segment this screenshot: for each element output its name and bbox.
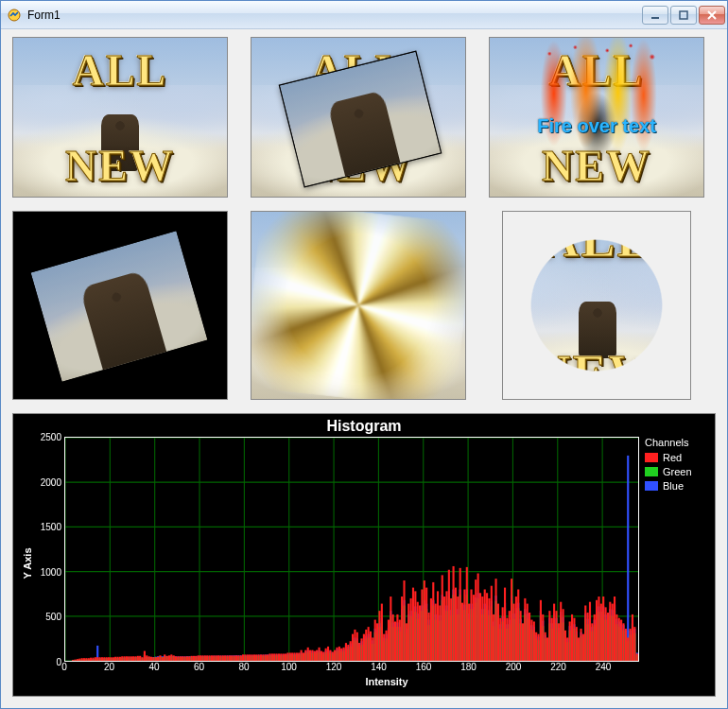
gold-text-new: NEW bbox=[13, 141, 227, 191]
svg-rect-594 bbox=[219, 655, 221, 661]
svg-rect-723 bbox=[509, 611, 511, 661]
legend-item-red: Red bbox=[645, 452, 709, 463]
svg-rect-529 bbox=[74, 660, 76, 661]
svg-rect-2 bbox=[680, 11, 687, 19]
svg-rect-681 bbox=[414, 591, 416, 661]
image-original: ALL NEW bbox=[12, 37, 228, 198]
svg-rect-673 bbox=[396, 614, 398, 661]
svg-rect-622 bbox=[283, 653, 285, 661]
gold-text-all: ALL bbox=[503, 212, 690, 268]
gold-text-all: ALL bbox=[13, 45, 227, 95]
svg-rect-608 bbox=[251, 654, 252, 661]
svg-rect-593 bbox=[217, 655, 219, 661]
svg-rect-597 bbox=[226, 655, 228, 661]
svg-rect-616 bbox=[269, 653, 270, 661]
svg-rect-778 bbox=[632, 614, 633, 661]
svg-rect-713 bbox=[486, 593, 488, 661]
svg-rect-646 bbox=[336, 648, 338, 661]
svg-rect-591 bbox=[213, 655, 215, 661]
svg-rect-736 bbox=[537, 634, 539, 661]
gold-text-new: NEW bbox=[503, 344, 690, 399]
svg-rect-632 bbox=[304, 650, 306, 661]
svg-rect-752 bbox=[573, 618, 575, 661]
svg-rect-712 bbox=[484, 589, 486, 661]
svg-rect-550 bbox=[121, 656, 123, 661]
minimize-button[interactable] bbox=[642, 6, 668, 25]
svg-rect-572 bbox=[170, 654, 172, 661]
svg-rect-692 bbox=[439, 605, 441, 661]
svg-rect-675 bbox=[401, 597, 403, 661]
svg-rect-694 bbox=[443, 597, 445, 661]
svg-rect-711 bbox=[481, 597, 483, 661]
titlebar[interactable]: Form1 bbox=[1, 1, 727, 29]
svg-rect-705 bbox=[468, 604, 470, 661]
svg-rect-657 bbox=[360, 638, 362, 661]
svg-rect-674 bbox=[399, 620, 401, 661]
svg-rect-688 bbox=[430, 598, 432, 661]
svg-rect-691 bbox=[437, 591, 439, 661]
svg-rect-542 bbox=[103, 657, 105, 661]
svg-rect-553 bbox=[128, 656, 130, 661]
svg-rect-581 bbox=[191, 656, 193, 661]
svg-rect-602 bbox=[237, 655, 239, 661]
svg-rect-546 bbox=[113, 657, 114, 661]
svg-rect-671 bbox=[392, 614, 394, 661]
svg-rect-604 bbox=[242, 654, 244, 661]
svg-rect-714 bbox=[488, 598, 490, 661]
svg-rect-610 bbox=[255, 654, 257, 661]
svg-rect-620 bbox=[278, 653, 280, 661]
svg-rect-707 bbox=[473, 595, 475, 661]
svg-rect-565 bbox=[155, 657, 157, 661]
svg-rect-560 bbox=[144, 651, 146, 661]
close-button[interactable] bbox=[699, 6, 725, 25]
legend-title: Channels bbox=[645, 437, 709, 448]
svg-rect-762 bbox=[596, 600, 598, 661]
svg-rect-776 bbox=[627, 637, 629, 661]
svg-rect-679 bbox=[410, 598, 412, 661]
svg-rect-766 bbox=[604, 607, 606, 661]
svg-rect-722 bbox=[506, 618, 508, 661]
svg-rect-564 bbox=[152, 657, 154, 661]
svg-rect-640 bbox=[322, 652, 324, 661]
maximize-button[interactable] bbox=[670, 6, 697, 25]
svg-rect-645 bbox=[334, 650, 336, 661]
svg-rect-733 bbox=[530, 620, 532, 661]
svg-rect-771 bbox=[615, 614, 617, 661]
svg-rect-753 bbox=[576, 627, 578, 661]
svg-rect-703 bbox=[463, 589, 465, 661]
svg-rect-745 bbox=[558, 623, 560, 661]
svg-rect-755 bbox=[580, 629, 581, 661]
svg-rect-667 bbox=[383, 634, 385, 661]
chart-yticks: 05001000150020002500 bbox=[36, 437, 64, 662]
svg-rect-746 bbox=[560, 602, 562, 661]
svg-rect-751 bbox=[571, 614, 573, 661]
svg-rect-696 bbox=[448, 570, 450, 661]
svg-rect-702 bbox=[461, 603, 463, 661]
svg-rect-660 bbox=[368, 627, 370, 661]
svg-rect-611 bbox=[258, 654, 260, 661]
svg-rect-635 bbox=[311, 650, 313, 661]
svg-rect-662 bbox=[372, 637, 373, 661]
svg-rect-663 bbox=[374, 620, 376, 661]
svg-rect-739 bbox=[545, 632, 546, 661]
svg-rect-605 bbox=[244, 654, 246, 661]
svg-rect-612 bbox=[260, 654, 262, 661]
svg-rect-669 bbox=[388, 620, 390, 661]
image-rotated-inset: ALL NEW bbox=[251, 37, 466, 198]
chart-xlabel: Intensity bbox=[365, 676, 407, 687]
svg-rect-588 bbox=[206, 655, 208, 661]
svg-rect-741 bbox=[548, 611, 550, 661]
svg-rect-682 bbox=[417, 602, 419, 661]
chart-xticks: 020406080100120140160180200220240 bbox=[64, 662, 639, 675]
svg-rect-606 bbox=[247, 654, 249, 661]
svg-rect-598 bbox=[229, 655, 231, 661]
svg-rect-566 bbox=[157, 657, 159, 661]
svg-rect-561 bbox=[146, 655, 147, 661]
svg-rect-587 bbox=[204, 655, 206, 661]
svg-rect-764 bbox=[600, 604, 602, 661]
svg-rect-551 bbox=[124, 656, 126, 661]
svg-rect-749 bbox=[566, 637, 568, 661]
svg-rect-563 bbox=[150, 657, 152, 661]
svg-rect-743 bbox=[553, 604, 555, 661]
svg-rect-689 bbox=[432, 582, 434, 661]
